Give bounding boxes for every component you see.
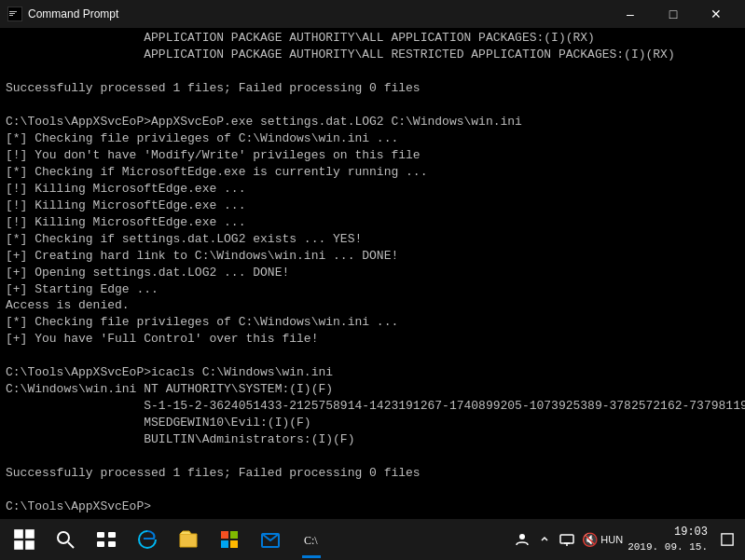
minimize-button[interactable]: – (609, 0, 652, 28)
window-title: Command Prompt (28, 7, 609, 20)
svg-rect-11 (108, 532, 116, 538)
start-button[interactable] (4, 519, 45, 560)
terminal-line: C:\Tools\AppXSvcEoP>AppXSvcEoP.exe setti… (6, 114, 739, 130)
terminal-line: [!] Killing MicrosoftEdge.exe ... (6, 181, 739, 198)
svg-rect-5 (25, 529, 34, 539)
terminal-line (6, 97, 739, 114)
svg-rect-16 (221, 540, 228, 548)
svg-line-9 (68, 542, 74, 548)
terminal-line: S-1-15-2-3624051433-2125758914-142319126… (6, 398, 739, 415)
svg-rect-15 (230, 531, 238, 539)
terminal-line: [*] Checking if MicrosoftEdge.exe is cur… (6, 164, 739, 181)
svg-rect-3 (9, 15, 13, 16)
terminal-output: Local Group Memberships *UsersGlobal Gro… (0, 28, 745, 519)
terminal-line: [*] Checking if settings.dat.LOG2 exists… (6, 231, 739, 248)
svg-rect-4 (14, 529, 23, 539)
svg-rect-17 (230, 540, 238, 548)
terminal-line: APPLICATION PACKAGE AUTHORITY\ALL APPLIC… (6, 30, 739, 47)
svg-rect-6 (14, 540, 23, 550)
terminal-line: [!] Killing MicrosoftEdge.exe ... (6, 198, 739, 214)
notification-button[interactable] (713, 519, 741, 560)
svg-rect-13 (108, 541, 116, 547)
terminal-line: [+] Opening settings.dat.LOG2 ... DONE! (6, 265, 739, 281)
clock-time: 19:03 (628, 525, 708, 540)
store-button[interactable] (209, 519, 250, 560)
cmd-button[interactable]: C:\ (291, 519, 332, 560)
terminal-line: MSEDGEWIN10\Evil:(I)(F) (6, 415, 739, 431)
clock[interactable]: 19:03 2019. 09. 15. (622, 525, 713, 554)
svg-rect-14 (221, 531, 228, 539)
search-button[interactable] (45, 519, 86, 560)
svg-point-8 (58, 532, 69, 543)
close-button[interactable]: ✕ (695, 0, 738, 28)
terminal-line (6, 348, 739, 364)
tray-network-icon[interactable] (557, 519, 577, 560)
tray-sound-icon[interactable]: 🔇 (579, 519, 600, 560)
terminal-line: [+] Creating hard link to C:\Windows\win… (6, 248, 739, 265)
terminal-line: Successfully processed 1 files; Failed p… (6, 465, 739, 482)
svg-rect-7 (25, 540, 34, 550)
terminal-line: C:\Tools\AppXSvcEoP> (6, 499, 739, 515)
terminal-line (6, 448, 739, 465)
svg-rect-1 (9, 11, 17, 12)
terminal-line (6, 63, 739, 80)
terminal-line: C:\Windows\win.ini NT AUTHORITY\SYSTEM:(… (6, 381, 739, 398)
terminal-line: APPLICATION PACKAGE AUTHORITY\ALL RESTRI… (6, 47, 739, 63)
svg-rect-2 (9, 13, 15, 14)
terminal-line: C:\Tools\AppXSvcEoP>icacls C:\Windows\wi… (6, 364, 739, 381)
taskbar: C:\ 🔇 HUN 19:03 2019. 09. 15. (0, 519, 745, 560)
tray-people-icon[interactable] (512, 519, 532, 560)
clock-date: 2019. 09. 15. (628, 540, 708, 554)
terminal-line: BUILTIN\Administrators:(I)(F) (6, 431, 739, 448)
terminal-line: [+] Starting Edge ... (6, 281, 739, 298)
tray-chevron-icon[interactable] (534, 519, 555, 560)
svg-rect-25 (722, 534, 733, 545)
terminal-line: [+] You have 'Full Control' over this fi… (6, 331, 739, 348)
svg-rect-10 (97, 532, 104, 538)
svg-rect-22 (560, 535, 573, 543)
svg-text:C:\: C:\ (304, 534, 318, 547)
maximize-button[interactable]: □ (652, 0, 695, 28)
edge-button[interactable] (127, 519, 168, 560)
window-controls: – □ ✕ (609, 0, 738, 28)
terminal-line: Access is denied. (6, 297, 739, 314)
mail-button[interactable] (250, 519, 291, 560)
tray-icons: 🔇 HUN (512, 519, 622, 560)
task-view-button[interactable] (86, 519, 127, 560)
terminal-line (6, 482, 739, 499)
terminal-line: [!] Killing MicrosoftEdge.exe ... (6, 214, 739, 231)
explorer-button[interactable] (168, 519, 209, 560)
terminal-line: [!] You don't have 'Modify/Write' privil… (6, 147, 739, 164)
app-icon (7, 7, 22, 21)
terminal-line: [*] Checking file privileges of C:\Windo… (6, 314, 739, 331)
tray-lang[interactable]: HUN (601, 519, 622, 560)
svg-point-21 (519, 534, 525, 540)
terminal-line: [*] Checking file privileges of C:\Windo… (6, 130, 739, 147)
svg-rect-12 (97, 541, 104, 547)
terminal-line: Successfully processed 1 files; Failed p… (6, 80, 739, 97)
title-bar: Command Prompt – □ ✕ (0, 0, 745, 28)
